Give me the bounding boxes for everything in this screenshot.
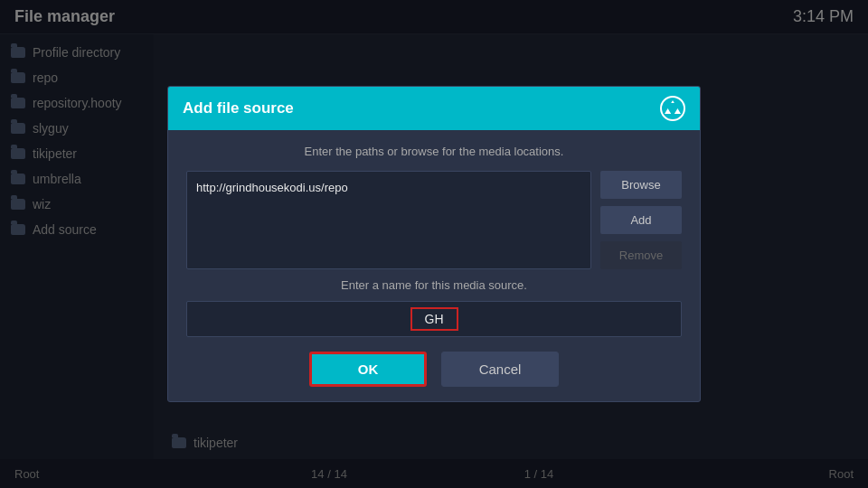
modal-action-row: OK Cancel xyxy=(186,352,682,387)
ok-button[interactable]: OK xyxy=(309,352,427,387)
cancel-button[interactable]: Cancel xyxy=(441,352,559,387)
modal-header: Add file source xyxy=(168,87,700,130)
browse-button[interactable]: Browse xyxy=(600,171,682,199)
kodi-icon xyxy=(660,96,685,121)
modal-buttons-col: Browse Add Remove xyxy=(600,171,682,269)
modal-input-row: http://grindhousekodi.us/repo Browse Add… xyxy=(186,171,682,269)
modal-name-input-row: GH xyxy=(186,301,682,337)
add-file-source-modal: Add file source Enter the paths or brows… xyxy=(167,86,701,402)
name-input[interactable]: GH xyxy=(410,307,458,331)
remove-button[interactable]: Remove xyxy=(600,241,682,269)
modal-title: Add file source xyxy=(183,99,294,117)
modal-instruction: Enter the paths or browse for the media … xyxy=(186,145,682,158)
modal-overlay: Add file source Enter the paths or brows… xyxy=(0,0,868,488)
url-text: http://grindhousekodi.us/repo xyxy=(196,181,348,194)
url-input-box[interactable]: http://grindhousekodi.us/repo xyxy=(186,171,591,269)
add-button[interactable]: Add xyxy=(600,206,682,234)
modal-body: Enter the paths or browse for the media … xyxy=(168,130,700,401)
name-label: Enter a name for this media source. xyxy=(186,278,682,292)
